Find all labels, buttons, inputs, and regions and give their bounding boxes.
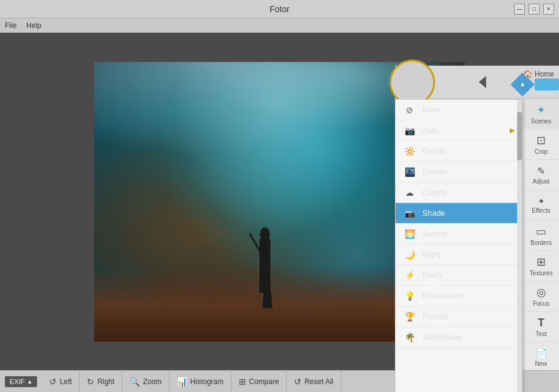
scroll-thumb[interactable]: [517, 112, 522, 160]
sidebar-new[interactable]: 📄 New: [523, 342, 559, 373]
sandsnow-icon: 🌴: [403, 331, 416, 344]
home-circle-highlight: [389, 60, 435, 105]
sidebar-crop[interactable]: ⊡ Crop: [523, 129, 559, 160]
zoom-label: Zoom: [143, 377, 162, 386]
home-button[interactable]: 🏠 Home: [486, 66, 559, 83]
borders-icon: ▭: [536, 225, 546, 238]
dropdown-item-sandsnow[interactable]: 🌴 Sand/Snow: [396, 327, 522, 348]
exif-label: EXIF: [10, 378, 24, 385]
sunset-icon: 🌅: [403, 227, 416, 241]
sidebar-borders[interactable]: ▭ Borders: [523, 221, 559, 251]
scenes-icon: ✦: [537, 103, 546, 117]
compare-label: Compare: [249, 377, 279, 386]
sidebar-textures[interactable]: ⊞ Textures: [523, 251, 559, 281]
dropdown-item-cloudy[interactable]: ☁ Cloudy: [396, 182, 522, 203]
left-label: Left: [60, 377, 72, 386]
arrow-icon: [479, 76, 486, 88]
darken-icon: 🌃: [403, 165, 416, 179]
sidebar-scenes[interactable]: ✦ Scenes: [523, 99, 559, 129]
fluorescent-icon: 💡: [403, 289, 416, 303]
left-button[interactable]: ↺ Left: [42, 371, 80, 392]
histogram-button[interactable]: 📊 Histogram: [170, 371, 231, 392]
crop-icon: ⊡: [537, 134, 546, 147]
menu-file[interactable]: File: [5, 21, 16, 30]
backlit-icon: 🔆: [403, 145, 416, 158]
right-button[interactable]: ↻ Right: [80, 371, 122, 392]
sidebar-effects[interactable]: ✦ Effects: [523, 190, 559, 221]
app-title: Fotor: [270, 4, 290, 14]
dropdown-item-shade[interactable]: 📷 Shade: [396, 203, 522, 224]
dropdown-item-sunset[interactable]: 🌅 Sunset: [396, 224, 522, 244]
portrait-icon: 🏆: [403, 310, 416, 323]
close-button[interactable]: ×: [543, 4, 554, 15]
scenes-dropdown: ⊘ None 📷 Auto ▶ 🔆 Backlit 🌃 Darken: [395, 99, 523, 392]
top-right-area: ♦ 🏠 Home: [395, 66, 559, 99]
right-label: Right: [97, 377, 114, 386]
compare-button[interactable]: ⊞ Compare: [231, 371, 287, 392]
text-icon: T: [538, 317, 544, 329]
dropdown-item-none[interactable]: ⊘ None: [396, 100, 522, 120]
minimize-button[interactable]: —: [514, 4, 525, 15]
zoom-icon: 🔍: [129, 377, 140, 387]
textures-icon: ⊞: [537, 255, 546, 269]
effects-icon: ✦: [538, 196, 545, 206]
shade-icon: 📷: [403, 207, 416, 220]
dropdown-item-auto[interactable]: 📷 Auto ▶: [396, 120, 522, 141]
right-rotate-icon: ↻: [87, 377, 94, 387]
dropdown-item-night[interactable]: 🌙 Night: [396, 244, 522, 265]
auto-arrow: ▶: [510, 126, 515, 134]
right-panel: ♦ 🏠 Home ⊘ None 📷 Aut: [395, 66, 559, 392]
dropdown-item-backlit[interactable]: 🔆 Backlit: [396, 141, 522, 162]
window-controls: — □ ×: [514, 4, 554, 15]
none-icon: ⊘: [403, 103, 416, 117]
title-bar: Fotor — □ ×: [0, 0, 559, 18]
histogram-icon: 📊: [177, 377, 187, 387]
sidebar-text[interactable]: T Text: [523, 312, 559, 342]
right-sidebar: ✦ Scenes ⊡ Crop ✎ Adjust ✦ Effects ▭ B: [523, 99, 559, 392]
reset-button[interactable]: ↺ Reset All: [287, 371, 341, 392]
flash-icon: ⚡: [403, 269, 416, 282]
exif-button[interactable]: EXIF ▲: [5, 376, 37, 387]
home-icon: 🏠: [523, 70, 532, 78]
home-label: Home: [535, 70, 554, 78]
dropdown-item-flash[interactable]: ⚡ Flash: [396, 265, 522, 286]
dropdown-item-fluorescent[interactable]: 💡 Fluorescent: [396, 286, 522, 306]
sidebar-focus[interactable]: ◎ Focus: [523, 281, 559, 312]
new-icon: 📄: [535, 348, 547, 359]
menu-help[interactable]: Help: [26, 21, 41, 30]
dropdown-item-darken[interactable]: 🌃 Darken: [396, 162, 522, 182]
scrollbar[interactable]: [517, 100, 522, 392]
menu-bar: File Help: [0, 18, 559, 33]
compare-icon: ⊞: [239, 377, 246, 387]
exif-arrow: ▲: [27, 379, 32, 385]
sidebar-adjust[interactable]: ✎ Adjust: [523, 160, 559, 190]
adjust-icon: ✎: [537, 165, 545, 177]
dropdown-item-portrait[interactable]: 🏆 Portrait: [396, 306, 522, 327]
focus-icon: ◎: [537, 286, 546, 299]
night-icon: 🌙: [403, 248, 416, 261]
histogram-label: Histogram: [190, 377, 224, 386]
maximize-button[interactable]: □: [529, 4, 540, 15]
reset-label: Reset All: [304, 377, 333, 386]
auto-icon: 📷: [403, 124, 416, 137]
cloudy-icon: ☁: [403, 186, 416, 199]
left-rotate-icon: ↺: [49, 377, 57, 387]
zoom-button[interactable]: 🔍 Zoom: [122, 371, 170, 392]
reset-icon: ↺: [294, 377, 301, 387]
